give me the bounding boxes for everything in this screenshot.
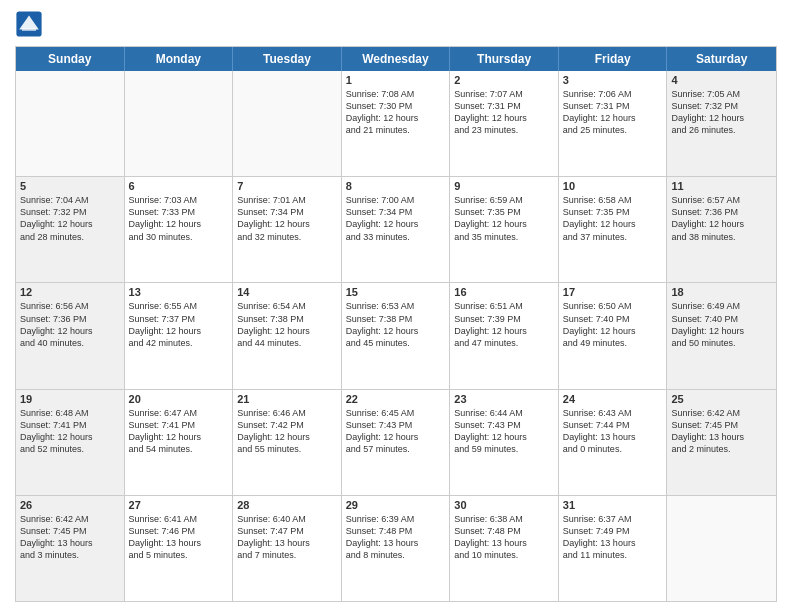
day-number: 28 (237, 499, 337, 511)
weekday-header-tuesday: Tuesday (233, 47, 342, 71)
cell-info-text: Sunrise: 6:39 AM Sunset: 7:48 PM Dayligh… (346, 513, 446, 562)
calendar-cell: 31Sunrise: 6:37 AM Sunset: 7:49 PM Dayli… (559, 496, 668, 601)
day-number: 14 (237, 286, 337, 298)
cell-info-text: Sunrise: 6:55 AM Sunset: 7:37 PM Dayligh… (129, 300, 229, 349)
weekday-header-saturday: Saturday (667, 47, 776, 71)
calendar-cell: 7Sunrise: 7:01 AM Sunset: 7:34 PM Daylig… (233, 177, 342, 282)
cell-info-text: Sunrise: 6:58 AM Sunset: 7:35 PM Dayligh… (563, 194, 663, 243)
calendar-row-2: 12Sunrise: 6:56 AM Sunset: 7:36 PM Dayli… (16, 283, 776, 389)
day-number: 20 (129, 393, 229, 405)
day-number: 6 (129, 180, 229, 192)
day-number: 21 (237, 393, 337, 405)
day-number: 7 (237, 180, 337, 192)
calendar-cell: 8Sunrise: 7:00 AM Sunset: 7:34 PM Daylig… (342, 177, 451, 282)
calendar-cell (667, 496, 776, 601)
cell-info-text: Sunrise: 6:43 AM Sunset: 7:44 PM Dayligh… (563, 407, 663, 456)
day-number: 31 (563, 499, 663, 511)
cell-info-text: Sunrise: 6:53 AM Sunset: 7:38 PM Dayligh… (346, 300, 446, 349)
cell-info-text: Sunrise: 6:40 AM Sunset: 7:47 PM Dayligh… (237, 513, 337, 562)
calendar-cell: 25Sunrise: 6:42 AM Sunset: 7:45 PM Dayli… (667, 390, 776, 495)
day-number: 30 (454, 499, 554, 511)
calendar-cell (233, 71, 342, 176)
cell-info-text: Sunrise: 7:07 AM Sunset: 7:31 PM Dayligh… (454, 88, 554, 137)
calendar-cell: 15Sunrise: 6:53 AM Sunset: 7:38 PM Dayli… (342, 283, 451, 388)
calendar: SundayMondayTuesdayWednesdayThursdayFrid… (15, 46, 777, 602)
day-number: 27 (129, 499, 229, 511)
day-number: 15 (346, 286, 446, 298)
day-number: 11 (671, 180, 772, 192)
day-number: 3 (563, 74, 663, 86)
calendar-row-1: 5Sunrise: 7:04 AM Sunset: 7:32 PM Daylig… (16, 177, 776, 283)
cell-info-text: Sunrise: 6:48 AM Sunset: 7:41 PM Dayligh… (20, 407, 120, 456)
day-number: 10 (563, 180, 663, 192)
calendar-row-4: 26Sunrise: 6:42 AM Sunset: 7:45 PM Dayli… (16, 496, 776, 601)
calendar-cell: 12Sunrise: 6:56 AM Sunset: 7:36 PM Dayli… (16, 283, 125, 388)
day-number: 25 (671, 393, 772, 405)
cell-info-text: Sunrise: 6:50 AM Sunset: 7:40 PM Dayligh… (563, 300, 663, 349)
day-number: 4 (671, 74, 772, 86)
calendar-cell: 29Sunrise: 6:39 AM Sunset: 7:48 PM Dayli… (342, 496, 451, 601)
day-number: 8 (346, 180, 446, 192)
cell-info-text: Sunrise: 6:38 AM Sunset: 7:48 PM Dayligh… (454, 513, 554, 562)
svg-rect-2 (22, 28, 36, 31)
calendar-cell: 4Sunrise: 7:05 AM Sunset: 7:32 PM Daylig… (667, 71, 776, 176)
cell-info-text: Sunrise: 6:37 AM Sunset: 7:49 PM Dayligh… (563, 513, 663, 562)
calendar-cell: 19Sunrise: 6:48 AM Sunset: 7:41 PM Dayli… (16, 390, 125, 495)
calendar-cell: 28Sunrise: 6:40 AM Sunset: 7:47 PM Dayli… (233, 496, 342, 601)
cell-info-text: Sunrise: 6:41 AM Sunset: 7:46 PM Dayligh… (129, 513, 229, 562)
cell-info-text: Sunrise: 7:05 AM Sunset: 7:32 PM Dayligh… (671, 88, 772, 137)
cell-info-text: Sunrise: 7:04 AM Sunset: 7:32 PM Dayligh… (20, 194, 120, 243)
cell-info-text: Sunrise: 6:42 AM Sunset: 7:45 PM Dayligh… (20, 513, 120, 562)
day-number: 22 (346, 393, 446, 405)
calendar-cell: 26Sunrise: 6:42 AM Sunset: 7:45 PM Dayli… (16, 496, 125, 601)
cell-info-text: Sunrise: 6:51 AM Sunset: 7:39 PM Dayligh… (454, 300, 554, 349)
day-number: 19 (20, 393, 120, 405)
day-number: 17 (563, 286, 663, 298)
weekday-header-monday: Monday (125, 47, 234, 71)
day-number: 26 (20, 499, 120, 511)
cell-info-text: Sunrise: 6:57 AM Sunset: 7:36 PM Dayligh… (671, 194, 772, 243)
cell-info-text: Sunrise: 6:56 AM Sunset: 7:36 PM Dayligh… (20, 300, 120, 349)
weekday-header-wednesday: Wednesday (342, 47, 451, 71)
cell-info-text: Sunrise: 6:47 AM Sunset: 7:41 PM Dayligh… (129, 407, 229, 456)
day-number: 16 (454, 286, 554, 298)
calendar-body: 1Sunrise: 7:08 AM Sunset: 7:30 PM Daylig… (16, 71, 776, 601)
cell-info-text: Sunrise: 7:08 AM Sunset: 7:30 PM Dayligh… (346, 88, 446, 137)
weekday-header-sunday: Sunday (16, 47, 125, 71)
calendar-cell: 10Sunrise: 6:58 AM Sunset: 7:35 PM Dayli… (559, 177, 668, 282)
weekday-header-thursday: Thursday (450, 47, 559, 71)
calendar-cell: 13Sunrise: 6:55 AM Sunset: 7:37 PM Dayli… (125, 283, 234, 388)
cell-info-text: Sunrise: 7:01 AM Sunset: 7:34 PM Dayligh… (237, 194, 337, 243)
calendar-cell: 2Sunrise: 7:07 AM Sunset: 7:31 PM Daylig… (450, 71, 559, 176)
day-number: 23 (454, 393, 554, 405)
calendar-cell: 17Sunrise: 6:50 AM Sunset: 7:40 PM Dayli… (559, 283, 668, 388)
header (15, 10, 777, 38)
calendar-cell: 18Sunrise: 6:49 AM Sunset: 7:40 PM Dayli… (667, 283, 776, 388)
cell-info-text: Sunrise: 6:42 AM Sunset: 7:45 PM Dayligh… (671, 407, 772, 456)
calendar-cell: 14Sunrise: 6:54 AM Sunset: 7:38 PM Dayli… (233, 283, 342, 388)
calendar-cell: 30Sunrise: 6:38 AM Sunset: 7:48 PM Dayli… (450, 496, 559, 601)
cell-info-text: Sunrise: 6:59 AM Sunset: 7:35 PM Dayligh… (454, 194, 554, 243)
cell-info-text: Sunrise: 6:46 AM Sunset: 7:42 PM Dayligh… (237, 407, 337, 456)
cell-info-text: Sunrise: 6:54 AM Sunset: 7:38 PM Dayligh… (237, 300, 337, 349)
cell-info-text: Sunrise: 6:45 AM Sunset: 7:43 PM Dayligh… (346, 407, 446, 456)
calendar-cell: 16Sunrise: 6:51 AM Sunset: 7:39 PM Dayli… (450, 283, 559, 388)
calendar-cell (125, 71, 234, 176)
logo (15, 10, 47, 38)
cell-info-text: Sunrise: 7:03 AM Sunset: 7:33 PM Dayligh… (129, 194, 229, 243)
calendar-cell: 11Sunrise: 6:57 AM Sunset: 7:36 PM Dayli… (667, 177, 776, 282)
logo-icon (15, 10, 43, 38)
day-number: 2 (454, 74, 554, 86)
calendar-cell: 22Sunrise: 6:45 AM Sunset: 7:43 PM Dayli… (342, 390, 451, 495)
day-number: 1 (346, 74, 446, 86)
calendar-cell: 9Sunrise: 6:59 AM Sunset: 7:35 PM Daylig… (450, 177, 559, 282)
calendar-cell: 6Sunrise: 7:03 AM Sunset: 7:33 PM Daylig… (125, 177, 234, 282)
day-number: 9 (454, 180, 554, 192)
calendar-cell: 3Sunrise: 7:06 AM Sunset: 7:31 PM Daylig… (559, 71, 668, 176)
cell-info-text: Sunrise: 7:00 AM Sunset: 7:34 PM Dayligh… (346, 194, 446, 243)
calendar-cell: 27Sunrise: 6:41 AM Sunset: 7:46 PM Dayli… (125, 496, 234, 601)
calendar-cell: 24Sunrise: 6:43 AM Sunset: 7:44 PM Dayli… (559, 390, 668, 495)
calendar-row-3: 19Sunrise: 6:48 AM Sunset: 7:41 PM Dayli… (16, 390, 776, 496)
day-number: 18 (671, 286, 772, 298)
weekday-header-friday: Friday (559, 47, 668, 71)
